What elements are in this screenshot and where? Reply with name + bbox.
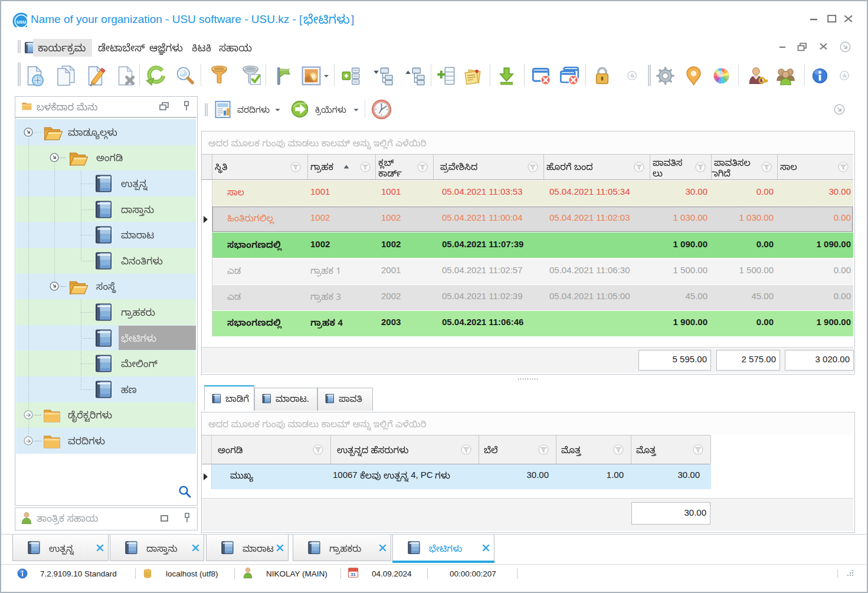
svg-text:usu: usu xyxy=(17,19,26,25)
svg-text:31: 31 xyxy=(351,572,356,577)
